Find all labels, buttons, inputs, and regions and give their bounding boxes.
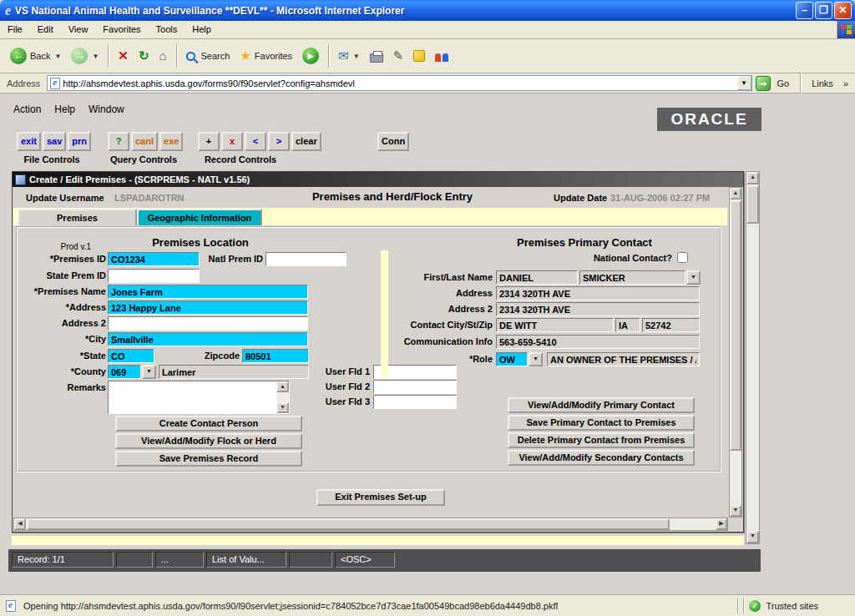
- media-button[interactable]: ▸: [297, 45, 324, 67]
- scroll-up-icon[interactable]: ▲: [276, 381, 289, 392]
- clear-record-button[interactable]: clear: [291, 132, 321, 151]
- scroll-left-icon[interactable]: ◀: [14, 518, 26, 530]
- county-name-field: [159, 365, 309, 379]
- scroll-thumb[interactable]: [27, 518, 670, 530]
- role-code-field[interactable]: [496, 352, 528, 366]
- address-input[interactable]: [63, 77, 736, 90]
- scroll-thumb[interactable]: [730, 200, 741, 451]
- role-dropdown-button[interactable]: ▼: [529, 352, 543, 366]
- mail-dropdown-icon[interactable]: ▼: [353, 53, 360, 60]
- save-primary-contact-button[interactable]: Save Primary Contact to Premises: [508, 415, 695, 431]
- first-name-field[interactable]: [496, 270, 578, 285]
- add-record-button[interactable]: +: [198, 132, 220, 151]
- contact-name-dropdown-button[interactable]: ▼: [686, 270, 701, 285]
- tab-premises[interactable]: Premises: [18, 209, 137, 225]
- menu-favorites[interactable]: Favorites: [95, 21, 148, 38]
- applet-menu-help[interactable]: Help: [54, 104, 75, 115]
- go-button[interactable]: Go: [774, 78, 793, 88]
- communication-info-field[interactable]: [496, 335, 700, 349]
- contact-state-field[interactable]: [615, 318, 640, 332]
- contact-zip-field[interactable]: [642, 318, 700, 332]
- previous-record-button[interactable]: <: [245, 132, 266, 151]
- remarks-scrollbar[interactable]: ▲ ▼: [276, 381, 289, 413]
- save-button[interactable]: sav: [43, 132, 66, 151]
- address-field[interactable]: [108, 300, 308, 315]
- scroll-right-icon[interactable]: ▶: [716, 518, 727, 530]
- scroll-up-icon[interactable]: ▲: [746, 172, 759, 184]
- save-premises-record-button[interactable]: Save Premises Record: [115, 451, 302, 467]
- view-add-modify-flock-button[interactable]: View/Add/Modify Flock or Herd: [115, 433, 302, 449]
- go-icon[interactable]: ➞: [756, 76, 771, 91]
- natl-prem-id-field[interactable]: [266, 252, 347, 266]
- links-chevron-icon[interactable]: »: [840, 78, 852, 88]
- minimize-button[interactable]: –: [796, 2, 813, 19]
- home-button[interactable]: ⌂: [154, 45, 171, 67]
- search-button[interactable]: Search: [181, 48, 235, 65]
- contact-address-field[interactable]: [496, 286, 700, 300]
- scroll-down-icon[interactable]: ▼: [746, 531, 759, 543]
- user-fld3-field[interactable]: [373, 395, 457, 409]
- menu-help[interactable]: Help: [185, 21, 219, 38]
- execute-query-button[interactable]: exe: [159, 132, 183, 151]
- close-button[interactable]: ✕: [834, 2, 852, 19]
- view-add-modify-primary-contact-button[interactable]: View/Add/Modify Primary Contact: [508, 397, 695, 413]
- applet-menu-action[interactable]: Action: [13, 104, 41, 115]
- links-button[interactable]: Links: [808, 78, 837, 88]
- favorites-button[interactable]: ★ Favorites: [235, 45, 297, 67]
- view-add-modify-secondary-contacts-button[interactable]: View/Add/Modify Secondary Contacts: [508, 450, 695, 466]
- contact-city-field[interactable]: [496, 318, 614, 332]
- menu-tools[interactable]: Tools: [149, 21, 185, 38]
- discuss-button[interactable]: [430, 48, 453, 64]
- back-dropdown-icon[interactable]: ▼: [54, 53, 61, 60]
- delete-primary-contact-button[interactable]: Delete Primary Contact from Premises: [508, 432, 695, 448]
- back-button[interactable]: ← Back ▼: [5, 45, 66, 67]
- form-horizontal-scrollbar[interactable]: ◀ ▶: [13, 518, 728, 531]
- print-form-button[interactable]: prn: [68, 132, 91, 151]
- zipcode-field[interactable]: [242, 349, 309, 363]
- applet-menu-window[interactable]: Window: [89, 104, 124, 115]
- user-fld2-field[interactable]: [373, 380, 457, 394]
- premises-id-field[interactable]: [108, 252, 200, 266]
- scroll-down-icon[interactable]: ▼: [276, 402, 289, 413]
- exit-premises-setup-button[interactable]: Exit Premises Set-up: [316, 489, 445, 506]
- mdi-vertical-scrollbar[interactable]: ▲ ▼: [746, 171, 760, 544]
- contact-address2-field[interactable]: [496, 302, 700, 316]
- edit-button[interactable]: ✎: [388, 45, 409, 67]
- create-contact-person-button[interactable]: Create Contact Person: [115, 416, 302, 432]
- messenger-button[interactable]: [408, 48, 430, 64]
- next-record-button[interactable]: >: [268, 132, 290, 151]
- exit-button[interactable]: exit: [17, 132, 41, 151]
- county-dropdown-button[interactable]: ▼: [142, 365, 156, 379]
- scroll-up-icon[interactable]: ▲: [730, 188, 741, 199]
- refresh-button[interactable]: ↻: [134, 45, 154, 67]
- cancel-query-button[interactable]: canl: [131, 132, 158, 151]
- print-button[interactable]: [365, 48, 388, 65]
- state-prem-id-field[interactable]: [108, 269, 200, 283]
- remarks-field[interactable]: ▲ ▼: [108, 381, 290, 414]
- contact-address2-label: Address 2: [363, 304, 493, 314]
- mail-button[interactable]: ✉ ▼: [333, 45, 365, 67]
- forward-button[interactable]: → ▼: [66, 45, 104, 67]
- forward-dropdown-icon[interactable]: ▼: [92, 53, 99, 60]
- delete-record-button[interactable]: x: [221, 132, 243, 151]
- address2-field[interactable]: [108, 316, 308, 331]
- scroll-thumb[interactable]: [746, 185, 759, 224]
- tab-geographic-information[interactable]: Geographic Information: [137, 209, 262, 225]
- conn-button[interactable]: Conn: [377, 132, 409, 151]
- menu-edit[interactable]: Edit: [30, 21, 61, 38]
- city-field[interactable]: [108, 332, 308, 346]
- menu-file[interactable]: File: [0, 21, 30, 38]
- address-dropdown-button[interactable]: ▼: [737, 76, 751, 90]
- menu-view[interactable]: View: [61, 21, 96, 38]
- window-title: VS National Animal Health and Surveillan…: [15, 5, 794, 17]
- state-field[interactable]: [108, 349, 154, 363]
- last-name-field[interactable]: [579, 270, 686, 285]
- national-contact-checkbox[interactable]: [677, 252, 688, 263]
- premises-name-field[interactable]: [108, 285, 308, 299]
- form-vertical-scrollbar[interactable]: ▲ ▼: [729, 187, 742, 518]
- maximize-button[interactable]: ❐: [815, 2, 832, 19]
- scroll-down-icon[interactable]: ▼: [730, 505, 741, 517]
- query-button[interactable]: ?: [108, 132, 129, 151]
- stop-button[interactable]: ✕: [113, 45, 134, 67]
- county-code-field[interactable]: [108, 365, 141, 379]
